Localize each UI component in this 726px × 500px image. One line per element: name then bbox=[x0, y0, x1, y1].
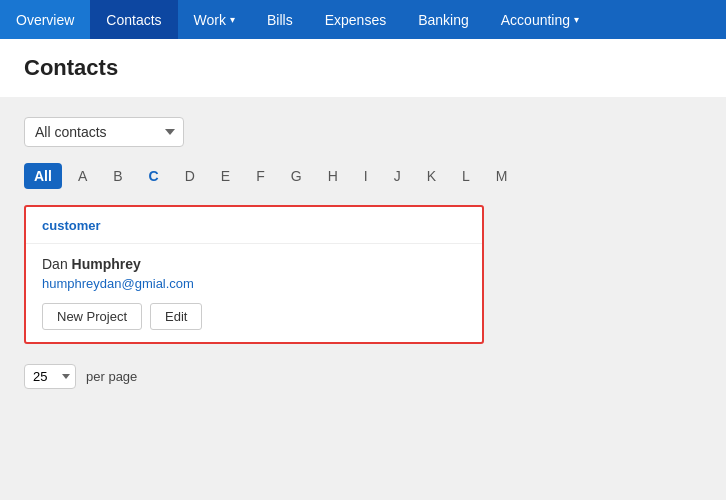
nav-label-accounting: Accounting bbox=[501, 12, 570, 28]
alpha-d-button[interactable]: D bbox=[175, 163, 205, 189]
alpha-b-button[interactable]: B bbox=[103, 163, 132, 189]
nav-label-banking: Banking bbox=[418, 12, 469, 28]
alpha-g-button[interactable]: G bbox=[281, 163, 312, 189]
nav-item-accounting[interactable]: Accounting ▾ bbox=[485, 0, 595, 39]
nav-item-expenses[interactable]: Expenses bbox=[309, 0, 402, 39]
work-dropdown-icon: ▾ bbox=[230, 14, 235, 25]
accounting-dropdown-icon: ▾ bbox=[574, 14, 579, 25]
contact-filter-select[interactable]: All contacts Customers Suppliers Employe… bbox=[24, 117, 184, 147]
edit-button[interactable]: Edit bbox=[150, 303, 202, 330]
per-page-select[interactable]: 10 25 50 100 bbox=[24, 364, 76, 389]
alpha-all-button[interactable]: All bbox=[24, 163, 62, 189]
page-content: Contacts All contacts Customers Supplier… bbox=[0, 39, 726, 409]
contact-last-name: Humphrey bbox=[72, 256, 141, 272]
nav-label-overview: Overview bbox=[16, 12, 74, 28]
alpha-h-button[interactable]: H bbox=[318, 163, 348, 189]
alpha-c-button[interactable]: C bbox=[139, 163, 169, 189]
alpha-m-button[interactable]: M bbox=[486, 163, 518, 189]
nav-label-work: Work bbox=[194, 12, 226, 28]
nav-item-contacts[interactable]: Contacts bbox=[90, 0, 177, 39]
contact-card-header: customer bbox=[26, 207, 482, 244]
new-project-button[interactable]: New Project bbox=[42, 303, 142, 330]
alpha-f-button[interactable]: F bbox=[246, 163, 275, 189]
contact-card: customer Dan Humphrey humphreydan@gmial.… bbox=[24, 205, 484, 344]
contact-name: Dan Humphrey bbox=[42, 256, 466, 272]
per-page-label: per page bbox=[86, 369, 137, 384]
alpha-l-button[interactable]: L bbox=[452, 163, 480, 189]
alpha-j-button[interactable]: J bbox=[384, 163, 411, 189]
contact-first-name: Dan bbox=[42, 256, 72, 272]
alphabet-filter: All A B C D E F G H I J K L M bbox=[24, 163, 702, 189]
top-navigation: Overview Contacts Work ▾ Bills Expenses … bbox=[0, 0, 726, 39]
contact-actions: New Project Edit bbox=[42, 303, 466, 330]
alpha-e-button[interactable]: E bbox=[211, 163, 240, 189]
alpha-a-button[interactable]: A bbox=[68, 163, 97, 189]
page-title: Contacts bbox=[0, 39, 726, 97]
nav-item-banking[interactable]: Banking bbox=[402, 0, 485, 39]
nav-label-expenses: Expenses bbox=[325, 12, 386, 28]
nav-item-work[interactable]: Work ▾ bbox=[178, 0, 251, 39]
filter-bar: All contacts Customers Suppliers Employe… bbox=[24, 117, 702, 147]
alpha-i-button[interactable]: I bbox=[354, 163, 378, 189]
pagination-bar: 10 25 50 100 per page bbox=[24, 364, 702, 389]
nav-label-bills: Bills bbox=[267, 12, 293, 28]
contact-card-body: Dan Humphrey humphreydan@gmial.com New P… bbox=[26, 244, 482, 342]
nav-item-overview[interactable]: Overview bbox=[0, 0, 90, 39]
contact-type-label: customer bbox=[42, 218, 101, 233]
alpha-k-button[interactable]: K bbox=[417, 163, 446, 189]
contact-email[interactable]: humphreydan@gmial.com bbox=[42, 276, 466, 291]
nav-item-bills[interactable]: Bills bbox=[251, 0, 309, 39]
nav-label-contacts: Contacts bbox=[106, 12, 161, 28]
